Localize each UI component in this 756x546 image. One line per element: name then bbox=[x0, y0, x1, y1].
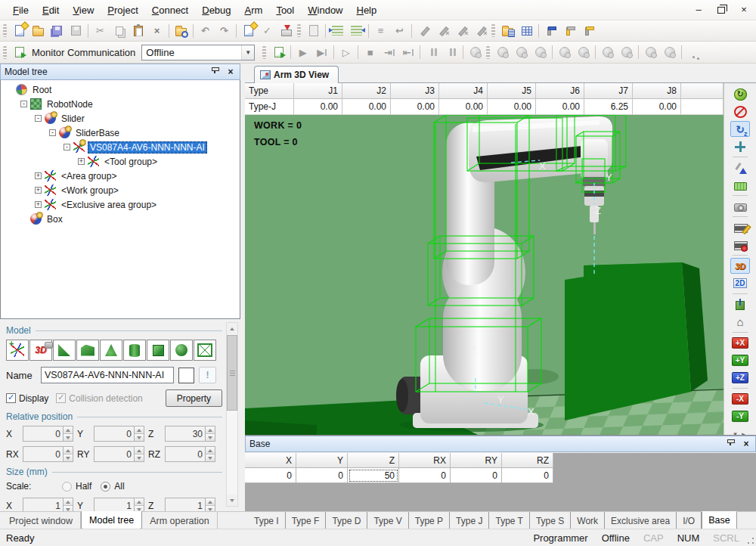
menu-debug[interactable]: Debug bbox=[195, 2, 237, 19]
reformat-button[interactable]: ↩ bbox=[391, 23, 408, 39]
spin-down-icon[interactable] bbox=[206, 506, 215, 511]
view-3d-button[interactable]: 3D bbox=[730, 258, 750, 274]
size-y-stepper[interactable]: 1 bbox=[94, 498, 144, 511]
pan-button[interactable] bbox=[730, 138, 750, 154]
robot-timer-2-button[interactable] bbox=[513, 44, 530, 60]
minimize-icon[interactable]: – bbox=[692, 5, 705, 15]
tree-expander[interactable]: + bbox=[78, 158, 85, 165]
play-button[interactable]: ▶ bbox=[294, 44, 311, 60]
hand-guide-button[interactable] bbox=[466, 44, 484, 60]
redo-button[interactable]: ↷ bbox=[215, 23, 233, 39]
tab-model-tree[interactable]: Model tree bbox=[81, 511, 142, 529]
scroll-down-icon[interactable] bbox=[227, 495, 237, 506]
orbit-rotate-button[interactable] bbox=[730, 86, 750, 102]
property-button[interactable]: Property bbox=[166, 389, 222, 407]
rel-x-stepper[interactable]: 0 bbox=[23, 426, 73, 442]
spin-up-icon[interactable] bbox=[135, 498, 144, 506]
view-minus-x-button[interactable]: -X bbox=[730, 391, 750, 407]
toolbar-grip[interactable] bbox=[3, 46, 7, 59]
z-rotation-button[interactable] bbox=[730, 121, 750, 137]
rel-z-stepper[interactable]: 30 bbox=[165, 426, 215, 442]
arm-state-1-button[interactable] bbox=[556, 44, 573, 60]
tab-project-window[interactable]: Project window bbox=[2, 512, 81, 529]
camera-button[interactable] bbox=[730, 198, 750, 214]
cone-shape-button[interactable] bbox=[100, 340, 122, 361]
tree-item-exclusive-area-group[interactable]: + <Exclusive area group> bbox=[1, 197, 240, 212]
resume-button[interactable]: ▷ bbox=[337, 44, 355, 60]
menu-window[interactable]: Window bbox=[301, 2, 349, 19]
base-value-ry[interactable]: 0 bbox=[451, 468, 502, 483]
collision-detection-checkbox[interactable] bbox=[56, 393, 66, 403]
joint-value-j4[interactable]: 0.00 bbox=[439, 99, 488, 115]
spin-down-icon[interactable] bbox=[64, 434, 73, 441]
origin-button[interactable] bbox=[730, 296, 750, 312]
new-file-button[interactable] bbox=[11, 23, 28, 39]
toolbar-grip[interactable] bbox=[262, 46, 266, 59]
view-plus-y-button[interactable]: +Y bbox=[730, 352, 750, 368]
robot-timer-1-button[interactable] bbox=[494, 44, 511, 60]
menu-file[interactable]: File bbox=[6, 2, 36, 19]
tree-item-box[interactable]: Box bbox=[1, 212, 240, 226]
import-3d-button[interactable]: 3D bbox=[29, 340, 52, 361]
step-over-button[interactable]: ⇤ bbox=[399, 44, 417, 60]
tab-arm-operation[interactable]: Arm operation bbox=[142, 512, 218, 529]
base-value-rz[interactable]: 0 bbox=[502, 468, 553, 483]
delete-button[interactable]: × bbox=[148, 23, 166, 39]
spin-up-icon[interactable] bbox=[64, 427, 73, 434]
breakpoint-pen-1-button[interactable] bbox=[415, 23, 432, 39]
tab-type-t[interactable]: Type T bbox=[489, 512, 529, 529]
chevron-down-icon[interactable]: ▼ bbox=[241, 45, 254, 60]
pause-all-button[interactable] bbox=[442, 44, 460, 60]
spin-down-icon[interactable] bbox=[64, 454, 73, 461]
viewport-3d[interactable]: X Y Z Z Y X WORK = 0 TOOL = 0 bbox=[245, 115, 723, 435]
spin-up-icon[interactable] bbox=[135, 427, 144, 434]
prism-shape-button[interactable] bbox=[76, 340, 99, 361]
spin-down-icon[interactable] bbox=[206, 454, 215, 461]
export-stack-button[interactable] bbox=[277, 23, 295, 39]
tab-type-d[interactable]: Type D bbox=[326, 512, 367, 529]
tree-item-tool-group[interactable]: + <Tool group> bbox=[1, 154, 240, 169]
spin-up-icon[interactable] bbox=[206, 498, 215, 506]
breakpoint-pen-3-button[interactable] bbox=[453, 23, 470, 39]
tree-item-area-group[interactable]: + <Area group> bbox=[1, 169, 240, 183]
rel-rx-stepper[interactable]: 0 bbox=[23, 446, 73, 462]
properties-scrollbar[interactable] bbox=[226, 322, 238, 507]
tree-expander[interactable]: + bbox=[35, 172, 42, 179]
spin-up-icon[interactable] bbox=[206, 427, 215, 434]
menu-arm[interactable]: Arm bbox=[238, 2, 270, 19]
ruler-button[interactable] bbox=[730, 177, 750, 193]
sphere-shape-button[interactable] bbox=[170, 340, 193, 361]
close-icon[interactable]: × bbox=[738, 5, 750, 15]
robot-timer-3-button[interactable] bbox=[531, 44, 549, 60]
toolbar-grip[interactable] bbox=[3, 24, 7, 37]
no-rotation-button[interactable] bbox=[730, 104, 750, 119]
home-view-button[interactable]: ⌂ bbox=[730, 314, 750, 330]
close-panel-icon[interactable]: × bbox=[225, 67, 236, 77]
paste-button[interactable] bbox=[129, 23, 147, 39]
pin-icon[interactable] bbox=[210, 67, 219, 76]
tree-expander[interactable]: + bbox=[35, 187, 42, 194]
menu-view[interactable]: View bbox=[66, 2, 101, 19]
no-shape-button[interactable] bbox=[194, 340, 216, 361]
tab-type-f[interactable]: Type F bbox=[286, 512, 327, 529]
add-model-button[interactable] bbox=[240, 23, 257, 39]
menu-edit[interactable]: Edit bbox=[36, 2, 66, 19]
name-field[interactable]: VS087A4-AV6-NNN-NNN-AI bbox=[41, 367, 174, 383]
pause-button[interactable] bbox=[423, 44, 441, 60]
base-value-x[interactable]: 0 bbox=[245, 468, 296, 483]
tree-item-robot-model[interactable]: - VS087A4-AV6-NNN-NNN-AI bbox=[1, 140, 240, 154]
arm-flag-button[interactable] bbox=[542, 23, 559, 39]
tree-item-slider[interactable]: - Slider bbox=[1, 111, 240, 126]
joint-value-j2[interactable]: 0.00 bbox=[342, 99, 391, 115]
indent-decrease-button[interactable] bbox=[348, 23, 365, 39]
restore-icon[interactable] bbox=[717, 7, 725, 14]
view-2d-button[interactable]: 2D bbox=[730, 275, 750, 291]
project-list-button[interactable] bbox=[499, 23, 516, 39]
step-forward-button[interactable]: ▶ bbox=[313, 44, 330, 60]
scroll-up-icon[interactable] bbox=[227, 323, 237, 334]
display-checkbox[interactable] bbox=[6, 393, 16, 403]
scale-all-radio[interactable] bbox=[101, 482, 110, 492]
joint-value-j7[interactable]: 6.25 bbox=[584, 99, 633, 115]
tree-item-work-group[interactable]: + <Work group> bbox=[1, 183, 240, 197]
tree-item-robotnode[interactable]: - RobotNode bbox=[1, 97, 240, 111]
